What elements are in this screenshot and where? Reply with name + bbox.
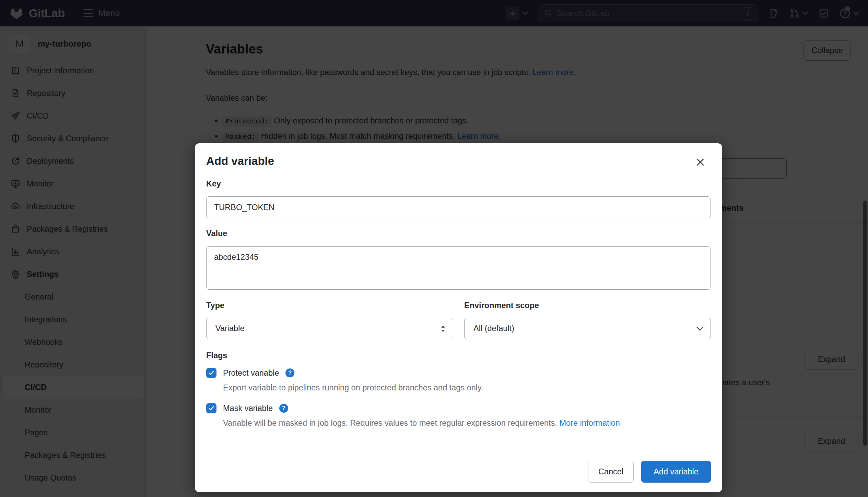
mask-variable-row: Mask variable ? (206, 403, 288, 413)
mask-help-icon[interactable]: ? (279, 404, 288, 413)
flags-label: Flags (206, 351, 227, 360)
value-textarea[interactable]: abcde12345 (206, 246, 711, 290)
mask-variable-help: Variable will be masked in job logs. Req… (223, 417, 703, 428)
mask-variable-label: Mask variable (223, 404, 273, 413)
checkmark-icon (208, 369, 215, 376)
more-information-link[interactable]: More information (560, 419, 620, 427)
modal-title: Add variable (206, 155, 274, 168)
key-input[interactable] (206, 196, 711, 218)
type-label: Type (206, 301, 224, 310)
checkmark-icon (208, 405, 215, 412)
key-label: Key (206, 179, 221, 189)
protect-help-icon[interactable]: ? (285, 368, 294, 377)
value-label: Value (206, 229, 227, 238)
close-icon[interactable] (693, 156, 707, 169)
modal-footer: Cancel Add variable (588, 461, 711, 483)
protect-variable-row: Protect variable ? (206, 368, 294, 378)
add-variable-modal: Add variable Key Value abcde12345 Type V… (195, 143, 722, 492)
cancel-button[interactable]: Cancel (588, 461, 634, 483)
scope-select-value: All (default) (473, 324, 514, 333)
select-arrows-icon (440, 324, 446, 333)
chevron-down-icon (696, 326, 704, 331)
environment-scope-label: Environment scope (464, 301, 539, 310)
type-select[interactable]: Variable (206, 318, 453, 339)
type-select-value: Variable (215, 324, 244, 333)
protect-variable-label: Protect variable (223, 368, 279, 378)
add-variable-button[interactable]: Add variable (641, 461, 711, 483)
protect-variable-help: Export variable to pipelines running on … (223, 382, 483, 393)
protect-variable-checkbox[interactable] (206, 368, 216, 378)
environment-scope-select[interactable]: All (default) (464, 318, 711, 339)
mask-variable-checkbox[interactable] (206, 403, 216, 413)
